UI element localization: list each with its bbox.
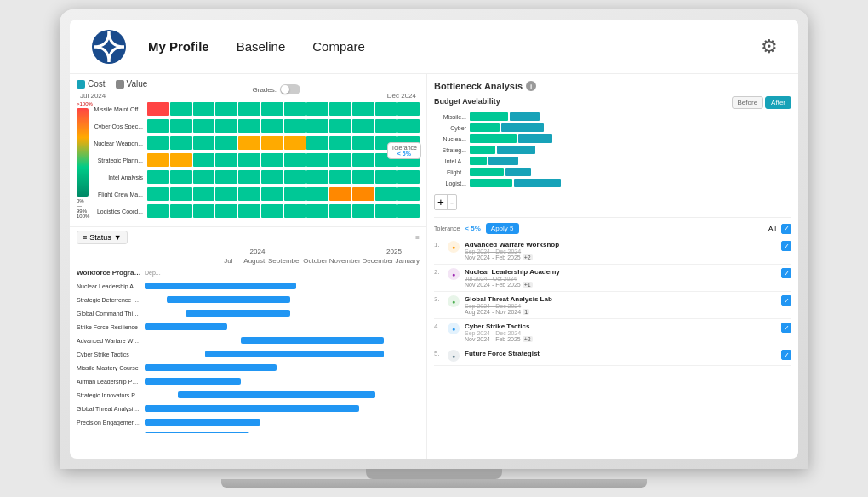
nav-my-profile[interactable]: My Profile	[148, 36, 209, 57]
cell	[238, 170, 260, 184]
gantt-bar	[145, 419, 260, 426]
heatmap-rows: Missile Maint Off...	[90, 101, 420, 219]
gantt-row-label: Critical Decision Forum	[77, 433, 145, 434]
heatmap-row: Missile Maint Off...	[90, 101, 420, 117]
course-info: Future Force Strategist	[465, 350, 776, 357]
cell	[238, 153, 260, 167]
heatmap-tab-cost[interactable]: Cost	[77, 79, 106, 89]
course-date-new: Aug 2024 - Nov 2024	[465, 309, 521, 315]
gantt-row: Critical Decision Forum	[77, 430, 420, 433]
row-cells	[147, 153, 420, 167]
gantt-row-label: Cyber Strike Tactics	[77, 351, 145, 357]
course-item: 5. ● Future Force Strategist	[434, 346, 791, 366]
gantt-rows-container: Nuclear Leadership Acade... Strategic De…	[77, 280, 420, 433]
grades-toggle: Grades:	[253, 84, 300, 94]
gantt-row-label: Global Threat Analysis Lab	[77, 406, 145, 412]
course-name: Cyber Strike Tactics	[465, 323, 776, 330]
nav-links: My Profile Baseline Compare	[148, 36, 761, 57]
gantt-bar	[167, 296, 290, 303]
cell	[147, 187, 169, 201]
main-content: Cost Value Grades:	[70, 74, 798, 459]
budget-row: Flight...	[434, 168, 791, 176]
cell	[352, 136, 374, 150]
course-badge: 1	[523, 309, 529, 315]
budget-row-label: Flight...	[434, 169, 466, 175]
gantt-bar-area	[145, 431, 420, 433]
nav-compare[interactable]: Compare	[312, 36, 365, 57]
tolerance-label: Tolerance	[391, 145, 417, 151]
course-dates: Sep 2024 - Dec 2024 Aug 2024 - Nov 2024 …	[465, 303, 776, 315]
cell	[238, 204, 260, 218]
cell	[352, 102, 374, 116]
gear-icon[interactable]: ⚙	[761, 36, 778, 58]
course-list: 1. ● Advanced Warfare Workshop Sep 2024 …	[434, 237, 791, 452]
budget-after-bar	[488, 157, 518, 165]
grades-toggle-switch[interactable]	[280, 84, 300, 94]
heatmap-row: Nuclear Weapon...	[90, 135, 420, 151]
gantt-row: Global Command Think Ta...	[77, 307, 420, 319]
laptop-body: My Profile Baseline Compare ⚙	[60, 9, 808, 469]
gantt-bar-area	[145, 350, 420, 358]
cell	[261, 153, 283, 167]
gantt-row-label: Precision Engagement Pr...	[77, 420, 145, 426]
before-button[interactable]: Before	[732, 96, 764, 109]
all-checkbox[interactable]	[781, 224, 791, 234]
gantt-row: Strike Force Resilience	[77, 321, 420, 333]
after-button[interactable]: After	[765, 96, 791, 109]
cell	[261, 170, 283, 184]
course-checkbox[interactable]	[781, 323, 791, 333]
budget-after-bar	[497, 146, 535, 154]
course-checkbox[interactable]	[781, 241, 791, 251]
zoom-out-button[interactable]: -	[448, 195, 456, 209]
gantt-bar-area	[145, 418, 420, 426]
hamburger-icon[interactable]: ≡	[415, 234, 420, 242]
course-info: Cyber Strike Tactics Sep 2024 - Dec 2024…	[465, 323, 776, 342]
bottleneck-header: Bottleneck Analysis i	[434, 81, 791, 91]
row-label: Nuclear Weapon...	[90, 140, 146, 146]
gantt-bar	[145, 432, 249, 433]
nav-baseline[interactable]: Baseline	[237, 36, 286, 57]
year-2025-label: 2025	[368, 248, 420, 255]
gantt-row-label: Missile Mastery Course	[77, 365, 145, 371]
course-item: 1. ● Advanced Warfare Workshop Sep 2024 …	[434, 237, 791, 265]
apply-button[interactable]: Apply 5	[486, 223, 519, 234]
cell	[284, 102, 306, 116]
cell	[170, 136, 192, 150]
course-dates: Jul 2024 - Oct 2024 Nov 2024 - Feb 2025 …	[465, 276, 776, 288]
course-date-new: Nov 2024 - Feb 2025	[465, 282, 521, 288]
course-date-strike: Sep 2024 - Dec 2024	[465, 330, 521, 336]
tolerance-label-right: Tolerance	[434, 226, 460, 231]
gantt-bar-area	[145, 404, 420, 413]
info-icon[interactable]: i	[526, 81, 536, 91]
zoom-in-button[interactable]: +	[435, 195, 448, 209]
course-item: 2. ● Nuclear Leadership Academy Jul 2024…	[434, 265, 791, 292]
cell	[397, 119, 420, 133]
cell	[306, 204, 328, 218]
gantt-bar-area	[145, 336, 420, 345]
bottleneck-title: Bottleneck Analysis	[434, 81, 523, 91]
month-col: August	[243, 257, 267, 265]
cell	[215, 119, 237, 133]
course-badge: +1	[523, 282, 533, 288]
budget-row-label: Missile...	[434, 114, 466, 120]
tolerance-value-right: < 5%	[465, 225, 480, 232]
budget-before-bar	[470, 112, 508, 121]
course-checkbox[interactable]	[781, 295, 791, 306]
heatmap-tab-value[interactable]: Value	[116, 79, 148, 89]
course-checkbox[interactable]	[781, 350, 791, 360]
cell	[306, 102, 328, 116]
gantt-date-header: Jul August September October November De…	[77, 257, 420, 266]
budget-bars	[470, 123, 791, 132]
cell	[284, 153, 306, 167]
cell	[147, 136, 169, 150]
cell	[215, 102, 237, 116]
toggle-knob	[281, 85, 289, 94]
course-checkbox[interactable]	[781, 268, 791, 278]
top-nav: My Profile Baseline Compare ⚙	[70, 20, 798, 74]
legend-bar	[77, 108, 89, 197]
row-label: Missile Maint Off...	[90, 106, 146, 112]
status-button[interactable]: ≡ Status ▼	[77, 231, 128, 244]
cell	[352, 204, 374, 218]
course-num: 3.	[434, 295, 443, 303]
course-num: 5.	[434, 350, 443, 357]
